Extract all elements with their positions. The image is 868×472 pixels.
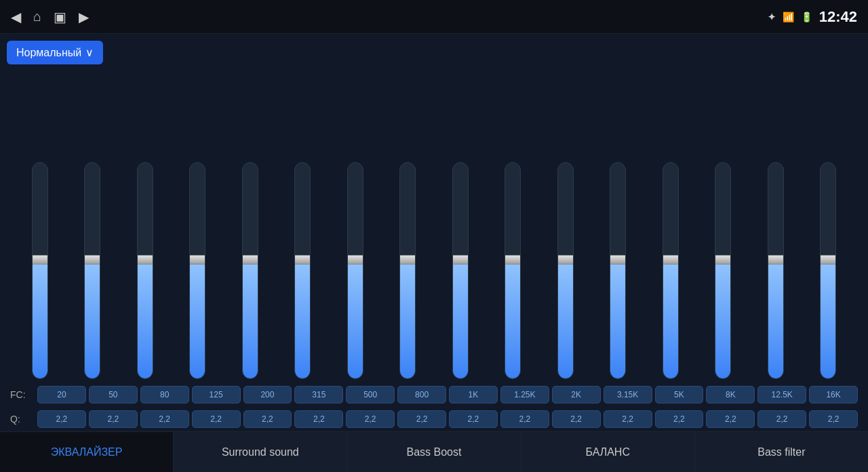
q-badge-80[interactable]: 2,2	[140, 410, 189, 428]
play-icon[interactable]: ▶	[79, 9, 89, 25]
slider-315[interactable]	[294, 162, 311, 379]
q-badge-3.15K[interactable]: 2,2	[604, 410, 652, 428]
fc-badge-20[interactable]: 20	[37, 386, 86, 404]
slider-track-12.5K	[768, 162, 784, 379]
window-icon[interactable]: ▣	[54, 9, 66, 25]
slider-track-80	[137, 162, 153, 379]
slider-thumb-8K[interactable]	[715, 255, 731, 264]
fc-badge-800[interactable]: 800	[397, 386, 446, 404]
slider-thumb-3.15K[interactable]	[610, 255, 626, 264]
sliders-row	[7, 71, 861, 382]
q-badge-8K[interactable]: 2,2	[706, 410, 755, 428]
slider-fill-5K	[663, 260, 678, 378]
fc-label: FC:	[10, 389, 37, 400]
q-badge-5K[interactable]: 2,2	[655, 410, 704, 428]
fc-badge-12.5K[interactable]: 12.5K	[757, 386, 806, 404]
slider-fill-2K	[558, 260, 573, 378]
slider-track-3.15K	[610, 162, 626, 379]
slider-thumb-1K[interactable]	[452, 255, 469, 264]
tab-equalizer[interactable]: ЭКВАЛАЙЗЕР	[0, 432, 174, 472]
q-badge-1K[interactable]: 2,2	[449, 410, 498, 428]
fc-badge-200[interactable]: 200	[243, 386, 292, 404]
fc-badge-2K[interactable]: 2K	[552, 386, 601, 404]
fc-badge-5K[interactable]: 5K	[655, 386, 704, 404]
slider-fill-12.5K	[768, 260, 783, 378]
equalizer-area: FC: 2050801252003155008001K1.25K2K3.15K5…	[7, 71, 861, 431]
slider-500[interactable]	[347, 162, 363, 379]
slider-thumb-5K[interactable]	[663, 255, 679, 264]
q-badge-12.5K[interactable]: 2,2	[757, 410, 806, 428]
home-icon[interactable]: ⌂	[33, 9, 41, 24]
slider-80[interactable]	[137, 162, 153, 379]
slider-thumb-125[interactable]	[189, 255, 205, 264]
slider-20[interactable]	[32, 162, 48, 379]
tab-bassfilter[interactable]: Bass filter	[695, 432, 868, 472]
fc-badge-16K[interactable]: 16K	[809, 386, 858, 404]
slider-fill-16K	[821, 260, 835, 378]
back-icon[interactable]: ◀	[11, 9, 21, 25]
slider-fill-80	[138, 260, 153, 378]
tab-bassboost[interactable]: Bass Boost	[347, 432, 521, 472]
slider-200[interactable]	[242, 162, 258, 379]
slider-50[interactable]	[84, 162, 100, 379]
slider-thumb-2K[interactable]	[557, 255, 574, 264]
q-badge-125[interactable]: 2,2	[192, 410, 241, 428]
fc-row: FC: 2050801252003155008001K1.25K2K3.15K5…	[7, 386, 861, 404]
fc-badge-1K[interactable]: 1K	[449, 386, 498, 404]
slider-thumb-50[interactable]	[84, 255, 100, 264]
slider-1K[interactable]	[452, 162, 469, 379]
slider-fill-315	[295, 260, 310, 378]
q-badge-800[interactable]: 2,2	[397, 410, 446, 428]
slider-16K[interactable]	[820, 162, 836, 379]
bluetooth-icon: ✦	[768, 12, 776, 22]
slider-thumb-800[interactable]	[399, 255, 416, 264]
slider-track-2K	[557, 162, 574, 379]
tab-balance[interactable]: БАЛАНС	[521, 432, 695, 472]
fc-badge-500[interactable]: 500	[346, 386, 395, 404]
fc-badge-8K[interactable]: 8K	[706, 386, 755, 404]
q-badge-500[interactable]: 2,2	[346, 410, 395, 428]
fc-values: 2050801252003155008001K1.25K2K3.15K5K8K1…	[37, 386, 858, 404]
slider-thumb-315[interactable]	[294, 255, 311, 264]
q-badge-20[interactable]: 2,2	[37, 410, 86, 428]
slider-track-1K	[452, 162, 469, 379]
slider-thumb-200[interactable]	[242, 255, 258, 264]
slider-fill-1K	[453, 260, 468, 378]
status-bar: ◀ ⌂ ▣ ▶ ✦ 📶 🔋 12:42	[0, 0, 868, 34]
q-row: Q: 2,22,22,22,22,22,22,22,22,22,22,22,22…	[7, 410, 861, 428]
slider-thumb-80[interactable]	[137, 255, 153, 264]
slider-thumb-16K[interactable]	[820, 255, 836, 264]
q-badge-1.25K[interactable]: 2,2	[500, 410, 549, 428]
preset-dropdown[interactable]: Нормальный ∨	[7, 41, 103, 64]
slider-800[interactable]	[399, 162, 416, 379]
slider-thumb-12.5K[interactable]	[768, 255, 784, 264]
slider-8K[interactable]	[715, 162, 731, 379]
slider-2K[interactable]	[557, 162, 574, 379]
slider-125[interactable]	[189, 162, 205, 379]
q-badge-2K[interactable]: 2,2	[552, 410, 601, 428]
q-badge-315[interactable]: 2,2	[294, 410, 343, 428]
slider-fill-500	[348, 260, 363, 378]
slider-3.15K[interactable]	[610, 162, 626, 379]
q-badge-50[interactable]: 2,2	[89, 410, 138, 428]
fc-badge-125[interactable]: 125	[192, 386, 241, 404]
slider-thumb-20[interactable]	[32, 255, 48, 264]
slider-track-50	[84, 162, 100, 379]
q-badge-16K[interactable]: 2,2	[809, 410, 858, 428]
fc-badge-3.15K[interactable]: 3.15K	[604, 386, 652, 404]
slider-fill-8K	[715, 260, 730, 378]
slider-track-8K	[715, 162, 731, 379]
tab-surround[interactable]: Surround sound	[174, 432, 347, 472]
slider-12.5K[interactable]	[768, 162, 784, 379]
slider-thumb-1.25K[interactable]	[505, 255, 521, 264]
fc-badge-315[interactable]: 315	[294, 386, 343, 404]
fc-badge-50[interactable]: 50	[89, 386, 138, 404]
slider-1.25K[interactable]	[505, 162, 521, 379]
slider-5K[interactable]	[663, 162, 679, 379]
dropdown-arrow: ∨	[85, 46, 94, 59]
slider-thumb-500[interactable]	[347, 255, 363, 264]
q-badge-200[interactable]: 2,2	[243, 410, 292, 428]
fc-badge-80[interactable]: 80	[140, 386, 189, 404]
slider-fill-125	[190, 260, 205, 378]
fc-badge-1.25K[interactable]: 1.25K	[500, 386, 549, 404]
